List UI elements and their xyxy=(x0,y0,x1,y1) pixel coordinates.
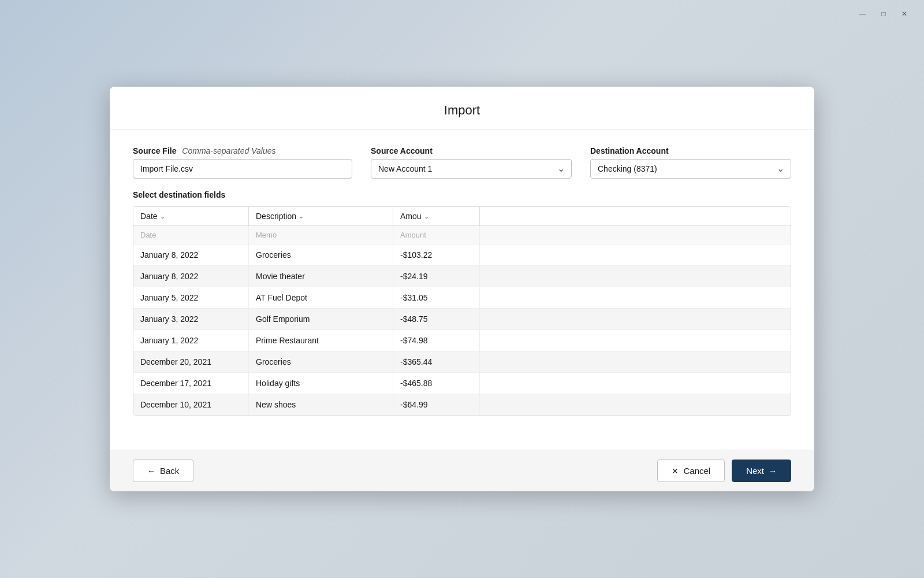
source-account-select-wrapper: New Account 1 xyxy=(371,159,572,179)
cell-amount: -$64.99 xyxy=(393,394,480,415)
table-row: January 5, 2022 AT Fuel Depot -$31.05 xyxy=(133,287,791,309)
table-row: January 3, 2022 Golf Emporium -$48.75 xyxy=(133,309,791,330)
cell-extra xyxy=(480,244,791,265)
cell-amount: -$74.98 xyxy=(393,330,480,351)
cell-extra xyxy=(480,394,791,415)
chevron-down-icon: ⌄ xyxy=(160,213,165,220)
cell-date: December 17, 2021 xyxy=(133,373,249,394)
cell-extra xyxy=(480,373,791,394)
footer-right: ✕ Cancel Next → xyxy=(657,460,791,482)
cell-amount: -$31.05 xyxy=(393,287,480,308)
section-title: Select destination fields xyxy=(133,190,791,199)
cell-extra xyxy=(480,351,791,372)
col-header-extra xyxy=(480,207,791,225)
cell-date: January 8, 2022 xyxy=(133,244,249,265)
col-header-description[interactable]: Description ⌄ xyxy=(249,207,393,225)
placeholder-row: Date Memo Amount xyxy=(133,226,791,244)
import-dialog: Import Source File Comma-separated Value… xyxy=(110,87,814,491)
table-row: December 10, 2021 New shoes -$64.99 xyxy=(133,394,791,415)
placeholder-memo: Memo xyxy=(249,226,393,244)
table-row: January 8, 2022 Groceries -$103.22 xyxy=(133,244,791,266)
destination-account-select-wrapper: Checking (8371) xyxy=(590,159,791,179)
cell-date: January 3, 2022 xyxy=(133,309,249,329)
cell-description: Prime Restaurant xyxy=(249,330,393,351)
cell-amount: -$365.44 xyxy=(393,351,480,372)
source-account-label: Source Account xyxy=(371,146,572,155)
source-file-label: Source File Comma-separated Values xyxy=(133,146,352,155)
cell-description: Groceries xyxy=(249,351,393,372)
source-account-group: Source Account New Account 1 xyxy=(371,146,572,179)
dialog-footer: ← Back ✕ Cancel Next → xyxy=(110,450,814,491)
source-account-select[interactable]: New Account 1 xyxy=(371,159,572,179)
cell-date: January 8, 2022 xyxy=(133,266,249,287)
cell-extra xyxy=(480,287,791,308)
source-file-group: Source File Comma-separated Values xyxy=(133,146,352,179)
table-row: January 1, 2022 Prime Restaurant -$74.98 xyxy=(133,330,791,351)
back-button[interactable]: ← Back xyxy=(133,460,193,482)
table-row: January 8, 2022 Movie theater -$24.19 xyxy=(133,266,791,287)
col-header-date[interactable]: Date ⌄ xyxy=(133,207,249,225)
col-header-amount[interactable]: Amou ⌄ xyxy=(393,207,480,225)
chevron-down-icon: ⌄ xyxy=(299,213,304,220)
table-row: December 20, 2021 Groceries -$365.44 xyxy=(133,351,791,373)
maximize-button[interactable]: □ xyxy=(873,7,894,21)
placeholder-amount: Amount xyxy=(393,226,480,244)
back-arrow-icon: ← xyxy=(147,466,155,476)
cell-amount: -$465.88 xyxy=(393,373,480,394)
cell-amount: -$24.19 xyxy=(393,266,480,287)
destination-account-group: Destination Account Checking (8371) xyxy=(590,146,791,179)
cell-extra xyxy=(480,309,791,329)
minimize-button[interactable]: — xyxy=(852,7,873,21)
next-arrow-icon: → xyxy=(769,466,777,476)
destination-account-select[interactable]: Checking (8371) xyxy=(590,159,791,179)
chevron-down-icon: ⌄ xyxy=(424,213,429,220)
cell-description: AT Fuel Depot xyxy=(249,287,393,308)
import-table: Date ⌄ Description ⌄ Amou ⌄ Date Memo Am… xyxy=(133,206,791,416)
data-rows-container: January 8, 2022 Groceries -$103.22 Janua… xyxy=(133,244,791,415)
dialog-title: Import xyxy=(110,87,814,130)
cell-description: Holiday gifts xyxy=(249,373,393,394)
cell-date: December 10, 2021 xyxy=(133,394,249,415)
destination-account-label: Destination Account xyxy=(590,146,791,155)
cell-extra xyxy=(480,330,791,351)
cell-date: January 1, 2022 xyxy=(133,330,249,351)
cell-amount: -$48.75 xyxy=(393,309,480,329)
cell-extra xyxy=(480,266,791,287)
cell-description: Golf Emporium xyxy=(249,309,393,329)
cell-amount: -$103.22 xyxy=(393,244,480,265)
cell-description: Movie theater xyxy=(249,266,393,287)
dialog-body: Source File Comma-separated Values Sourc… xyxy=(110,130,814,450)
cell-date: January 5, 2022 xyxy=(133,287,249,308)
table-row: December 17, 2021 Holiday gifts -$465.88 xyxy=(133,373,791,394)
cancel-button[interactable]: ✕ Cancel xyxy=(657,460,725,482)
cell-description: New shoes xyxy=(249,394,393,415)
next-button[interactable]: Next → xyxy=(732,460,791,482)
source-file-input[interactable] xyxy=(133,159,352,179)
table-header: Date ⌄ Description ⌄ Amou ⌄ xyxy=(133,207,791,226)
titlebar: — □ ✕ xyxy=(843,0,924,28)
form-row-top: Source File Comma-separated Values Sourc… xyxy=(133,146,791,179)
cancel-x-icon: ✕ xyxy=(672,466,679,476)
cell-description: Groceries xyxy=(249,244,393,265)
close-button[interactable]: ✕ xyxy=(894,7,915,21)
cell-date: December 20, 2021 xyxy=(133,351,249,372)
placeholder-date: Date xyxy=(133,226,249,244)
placeholder-extra xyxy=(480,226,791,244)
